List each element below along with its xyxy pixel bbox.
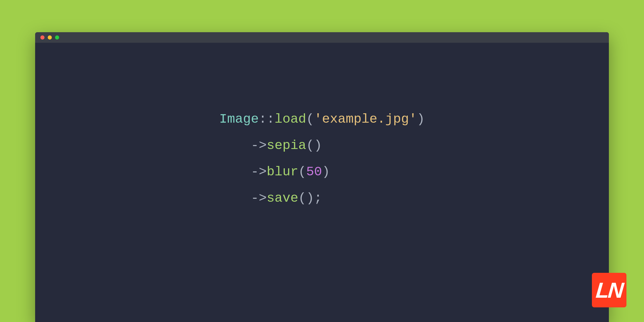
indent [219,165,251,179]
editor-pane: Image::load('example.jpg') ->sepia() ->b… [35,43,609,322]
indent [219,138,251,153]
arrow-token: -> [251,138,267,153]
arrow-token: -> [251,191,267,206]
parens: () [298,191,314,206]
parens: () [306,138,322,153]
indent [219,191,251,206]
class-token: Image [219,112,259,127]
number-token: 50 [306,165,322,179]
function-token: sepia [267,138,306,153]
close-icon[interactable] [40,35,44,40]
brand-logo-text: LN [595,278,624,303]
code-window: Image::load('example.jpg') ->sepia() ->b… [35,32,609,322]
paren-close: ) [417,112,425,127]
brand-logo: LN [592,273,626,307]
string-quote: ' [314,112,322,127]
function-token: load [275,112,306,127]
arrow-token: -> [251,165,267,179]
paren-close: ) [322,165,330,179]
maximize-icon[interactable] [55,35,59,40]
scope-token: :: [259,112,275,127]
code-line-3: ->blur(50) [219,165,330,179]
minimize-icon[interactable] [48,35,52,40]
code-line-4: ->save(); [219,191,322,206]
string-quote: ' [409,112,417,127]
paren-open: ( [298,165,306,179]
code-line-2: ->sepia() [219,138,322,153]
function-token: save [267,191,298,206]
window-titlebar [35,32,609,43]
code-block: Image::load('example.jpg') ->sepia() ->b… [219,106,425,212]
code-line-1: Image::load('example.jpg') [219,112,425,127]
function-token: blur [267,165,298,179]
paren-open: ( [306,112,314,127]
semicolon-token: ; [314,191,322,206]
string-token: example.jpg [322,112,409,127]
